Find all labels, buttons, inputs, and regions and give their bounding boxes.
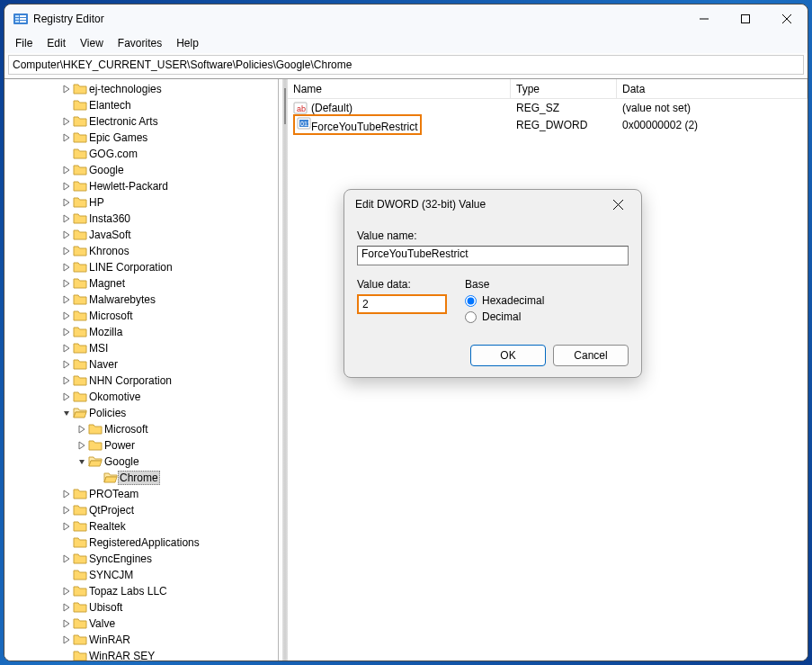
tree-item[interactable]: WinRAR SEY: [4, 648, 278, 661]
chevron-right-icon[interactable]: [60, 115, 73, 128]
dialog-title-text: Edit DWORD (32-bit) Value: [355, 198, 605, 211]
tree-item[interactable]: Elantech: [4, 97, 278, 113]
folder-icon: [73, 633, 87, 647]
tree-item[interactable]: LINE Corporation: [4, 259, 278, 275]
tree-item[interactable]: Epic Games: [4, 130, 278, 146]
tree-item[interactable]: MSI: [4, 340, 278, 356]
tree-item[interactable]: Khronos: [4, 243, 278, 259]
radio-decimal[interactable]: Decimal: [465, 310, 629, 323]
chevron-right-icon[interactable]: [60, 245, 73, 257]
chevron-right-icon[interactable]: [60, 164, 73, 176]
column-type[interactable]: Type: [511, 79, 617, 98]
tree-item[interactable]: JavaSoft: [4, 227, 278, 243]
chevron-right-icon[interactable]: [60, 374, 73, 387]
chevron-right-icon[interactable]: [60, 504, 73, 517]
chevron-right-icon[interactable]: [60, 293, 73, 306]
value-data-field[interactable]: [357, 294, 447, 314]
tree-item[interactable]: Valve: [4, 616, 278, 632]
tree-item[interactable]: RegisteredApplications: [4, 535, 278, 551]
tree-item-label: LINE Corporation: [87, 261, 174, 274]
minimize-button[interactable]: [683, 4, 725, 33]
address-bar[interactable]: Computer\HKEY_CURRENT_USER\Software\Poli…: [8, 55, 804, 75]
chevron-right-icon[interactable]: [60, 131, 73, 144]
tree-item-label: Policies: [87, 407, 128, 419]
tree-item[interactable]: WinRAR: [4, 632, 278, 648]
chevron-right-icon[interactable]: [60, 310, 73, 322]
tree-item[interactable]: Magnet: [4, 275, 278, 292]
window-title: Registry Editor: [33, 13, 683, 25]
tree-item[interactable]: Chrome: [4, 470, 278, 486]
close-button[interactable]: [766, 4, 808, 33]
tree-item[interactable]: Policies: [4, 405, 278, 421]
tree-item[interactable]: Topaz Labs LLC: [4, 583, 278, 599]
tree-expander-spacer: [60, 148, 73, 160]
tree-item[interactable]: Naver: [4, 356, 278, 373]
chevron-right-icon[interactable]: [60, 277, 73, 290]
tree-item[interactable]: Google: [4, 454, 278, 470]
tree-item[interactable]: Power: [4, 437, 278, 454]
tree-item-label: Okomotive: [87, 391, 142, 403]
menu-favorites[interactable]: Favorites: [111, 35, 169, 51]
titlebar[interactable]: Registry Editor: [4, 4, 808, 33]
cancel-button[interactable]: Cancel: [553, 345, 629, 366]
tree-item[interactable]: NHN Corporation: [4, 373, 278, 389]
ok-button[interactable]: OK: [470, 345, 546, 366]
radio-hex-input[interactable]: [465, 295, 477, 307]
tree-item[interactable]: Microsoft: [4, 421, 278, 437]
chevron-right-icon[interactable]: [60, 229, 73, 241]
dialog-close-button[interactable]: [605, 192, 630, 217]
tree-item[interactable]: Hewlett-Packard: [4, 178, 278, 194]
tree-item[interactable]: Insta360: [4, 211, 278, 227]
chevron-down-icon[interactable]: [60, 407, 73, 419]
chevron-right-icon[interactable]: [76, 439, 88, 452]
chevron-right-icon[interactable]: [60, 180, 73, 193]
tree-item[interactable]: Google: [4, 162, 278, 178]
chevron-right-icon[interactable]: [60, 326, 73, 338]
chevron-right-icon[interactable]: [60, 601, 73, 614]
tree-item[interactable]: Ubisoft: [4, 599, 278, 616]
chevron-right-icon[interactable]: [60, 553, 73, 565]
chevron-down-icon[interactable]: [76, 455, 88, 468]
chevron-right-icon[interactable]: [76, 423, 88, 436]
radio-hexadecimal[interactable]: Hexadecimal: [465, 294, 629, 307]
menu-file[interactable]: File: [8, 35, 40, 51]
tree-item[interactable]: Realtek: [4, 518, 278, 535]
tree-item[interactable]: Malwarebytes: [4, 292, 278, 308]
chevron-right-icon[interactable]: [60, 196, 73, 209]
column-name[interactable]: Name: [288, 79, 511, 98]
tree-item[interactable]: Microsoft: [4, 308, 278, 324]
chevron-right-icon[interactable]: [60, 488, 73, 500]
radio-dec-input[interactable]: [465, 311, 477, 323]
chevron-right-icon[interactable]: [60, 342, 73, 355]
tree-item[interactable]: SYNCJM: [4, 567, 278, 583]
folder-icon: [73, 616, 87, 631]
tree-item[interactable]: Mozilla: [4, 324, 278, 340]
dialog-titlebar[interactable]: Edit DWORD (32-bit) Value: [344, 190, 641, 219]
tree-item[interactable]: ej-technologies: [4, 81, 278, 97]
maximize-button[interactable]: [725, 4, 766, 33]
tree-item[interactable]: Electronic Arts: [4, 113, 278, 130]
menu-edit[interactable]: Edit: [40, 35, 73, 51]
tree-item[interactable]: SyncEngines: [4, 551, 278, 567]
tree-pane[interactable]: ej-technologiesElantechElectronic ArtsEp…: [4, 79, 279, 661]
menu-view[interactable]: View: [73, 35, 111, 51]
tree-item[interactable]: PROTeam: [4, 486, 278, 502]
tree-item[interactable]: QtProject: [4, 502, 278, 518]
tree-item[interactable]: Okomotive: [4, 389, 278, 405]
chevron-right-icon[interactable]: [60, 212, 73, 225]
value-row[interactable]: 011ForceYouTubeRestrictREG_DWORD0x000000…: [288, 116, 808, 133]
chevron-right-icon[interactable]: [60, 358, 73, 371]
menu-help[interactable]: Help: [169, 35, 206, 51]
folder-icon: [73, 325, 87, 339]
column-data[interactable]: Data: [617, 79, 808, 98]
chevron-right-icon[interactable]: [60, 83, 73, 95]
tree-item[interactable]: HP: [4, 194, 278, 211]
tree-item[interactable]: GOG.com: [4, 146, 278, 162]
chevron-right-icon[interactable]: [60, 634, 73, 646]
chevron-right-icon[interactable]: [60, 520, 73, 533]
value-name-field[interactable]: ForceYouTubeRestrict: [357, 246, 629, 265]
chevron-right-icon[interactable]: [60, 585, 73, 598]
chevron-right-icon[interactable]: [60, 261, 73, 274]
chevron-right-icon[interactable]: [60, 391, 73, 403]
chevron-right-icon[interactable]: [60, 617, 73, 630]
